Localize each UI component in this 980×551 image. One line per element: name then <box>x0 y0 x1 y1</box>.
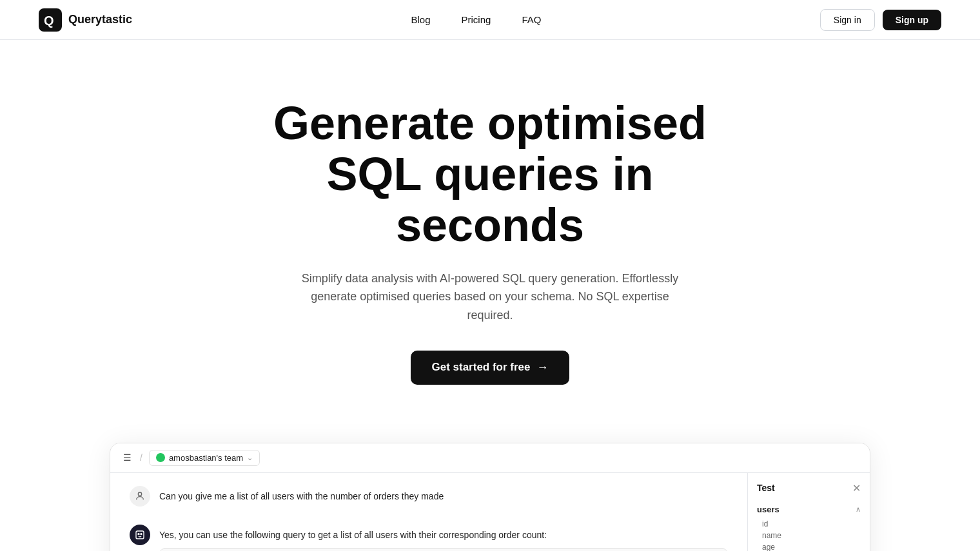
code-block-wrapper: ⬇ ⧉ 1 SELECT users.name, COUNT(orders.id… <box>159 548 728 551</box>
arrow-icon: → <box>537 361 549 374</box>
schema-users-field-name: name <box>757 530 861 541</box>
logo-group: Q Querytastic <box>39 8 132 32</box>
sidebar-header: Test ✕ <box>757 482 861 494</box>
team-dot <box>156 453 165 462</box>
nav-links: Blog Pricing FAQ <box>411 14 542 25</box>
auth-buttons: Sign in Sign up <box>820 9 941 31</box>
sidebar-toggle-icon[interactable]: ☰ <box>121 451 133 464</box>
svg-point-2 <box>138 492 141 496</box>
demo-chat: Can you give me a list of all users with… <box>110 473 747 551</box>
demo-window: ☰ / amosbastian's team ⌄ Can you <box>110 443 870 551</box>
hero-subtitle: Simplify data analysis with AI-powered S… <box>290 269 690 325</box>
signup-button[interactable]: Sign up <box>883 10 941 30</box>
signin-button[interactable]: Sign in <box>820 9 875 31</box>
schema-users-field-id: id <box>757 518 861 530</box>
svg-text:Q: Q <box>44 14 54 28</box>
cta-label: Get started for free <box>431 361 530 374</box>
nav-blog[interactable]: Blog <box>411 14 431 25</box>
user-avatar <box>130 486 150 507</box>
demo-topbar: ☰ / amosbastian's team ⌄ <box>110 443 870 473</box>
team-selector[interactable]: amosbastian's team ⌄ <box>149 450 260 466</box>
brand-name: Querytastic <box>68 13 132 26</box>
user-message: Can you give me a list of all users with… <box>130 486 728 507</box>
nav-faq[interactable]: FAQ <box>522 14 541 25</box>
nav-pricing[interactable]: Pricing <box>462 14 491 25</box>
svg-point-5 <box>141 534 142 535</box>
svg-rect-3 <box>136 531 144 539</box>
user-message-text: Can you give me a list of all users with… <box>159 486 444 503</box>
team-chevron-icon: ⌄ <box>247 454 253 462</box>
demo-body: Can you give me a list of all users with… <box>110 473 870 551</box>
svg-point-4 <box>138 534 139 535</box>
hero-section: Generate optimised SQL queries in second… <box>0 40 980 423</box>
ai-response-text: Yes, you can use the following query to … <box>159 525 728 542</box>
ai-avatar <box>130 525 150 545</box>
sidebar-title: Test <box>757 483 775 493</box>
logo-icon: Q <box>39 8 62 32</box>
close-icon[interactable]: ✕ <box>852 482 861 494</box>
navbar: Q Querytastic Blog Pricing FAQ Sign in S… <box>0 0 980 40</box>
ai-message: Yes, you can use the following query to … <box>130 525 728 551</box>
demo-container: ☰ / amosbastian's team ⌄ Can you <box>0 443 980 551</box>
schema-users-header: users ∧ <box>757 505 861 514</box>
schema-users-chevron-icon[interactable]: ∧ <box>856 505 861 514</box>
demo-sidebar: Test ✕ users ∧ id name age orders <box>747 473 870 551</box>
hero-title: Generate optimised SQL queries in second… <box>239 98 741 251</box>
schema-users-field-age: age <box>757 541 861 551</box>
schema-users-name: users <box>757 505 779 514</box>
breadcrumb-slash: / <box>140 452 142 463</box>
team-name: amosbastian's team <box>169 453 243 463</box>
cta-button[interactable]: Get started for free → <box>411 351 569 385</box>
schema-users-section: users ∧ id name age <box>757 505 861 551</box>
